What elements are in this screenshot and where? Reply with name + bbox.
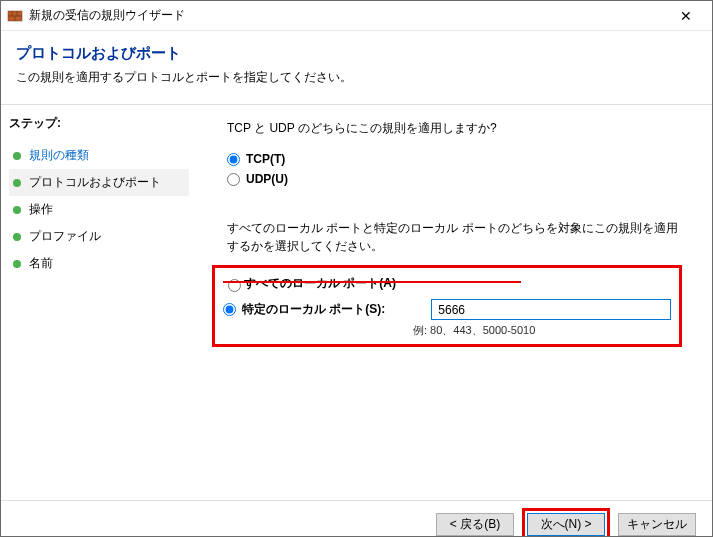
radio-specific-ports-row[interactable]: 特定のローカル ポート(S): — [223, 299, 671, 320]
radio-all-ports-row[interactable]: すべてのローカル ポート(A) — [223, 274, 671, 293]
step-protocol-port[interactable]: プロトコルおよびポート — [9, 169, 189, 196]
radio-all-ports-label: すべてのローカル ポート(A) — [244, 275, 396, 292]
step-name[interactable]: 名前 — [9, 250, 189, 277]
radio-udp-label: UDP(U) — [246, 172, 288, 186]
wizard-footer: < 戻る(B) 次へ(N) > キャンセル — [1, 500, 712, 537]
bullet-icon — [13, 206, 21, 214]
question-ports: すべてのローカル ポートと特定のローカル ポートのどちらを対象にこの規則を適用す… — [227, 219, 682, 255]
radio-udp[interactable] — [227, 173, 240, 186]
next-button-highlight: 次へ(N) > — [522, 508, 610, 537]
question-protocol: TCP と UDP のどちらにこの規則を適用しますか? — [227, 120, 682, 137]
step-label: 名前 — [29, 255, 53, 272]
sidebar: ステップ: 規則の種類 プロトコルおよびポート 操作 プロファイル 名前 — [1, 105, 197, 500]
content-panel: TCP と UDP のどちらにこの規則を適用しますか? TCP(T) UDP(U… — [197, 105, 712, 500]
bullet-icon — [13, 233, 21, 241]
next-button[interactable]: 次へ(N) > — [527, 513, 605, 536]
radio-specific-ports[interactable] — [223, 303, 236, 316]
bullet-icon — [13, 179, 21, 187]
step-label: 規則の種類 — [29, 147, 89, 164]
radio-specific-ports-label: 特定のローカル ポート(S): — [242, 301, 385, 318]
close-button[interactable]: ✕ — [666, 8, 706, 24]
page-subtitle: この規則を適用するプロトコルとポートを指定してください。 — [16, 69, 697, 86]
firewall-icon — [7, 8, 23, 24]
port-selection-highlight: すべてのローカル ポート(A) 特定のローカル ポート(S): 例: 80、44… — [212, 265, 682, 347]
step-label: プロファイル — [29, 228, 101, 245]
radio-udp-row[interactable]: UDP(U) — [227, 169, 682, 189]
step-action[interactable]: 操作 — [9, 196, 189, 223]
step-label: プロトコルおよびポート — [29, 174, 161, 191]
back-button[interactable]: < 戻る(B) — [436, 513, 514, 536]
port-input[interactable] — [431, 299, 671, 320]
window-title: 新規の受信の規則ウイザード — [29, 7, 666, 24]
radio-tcp-label: TCP(T) — [246, 152, 285, 166]
wizard-header: プロトコルおよびポート この規則を適用するプロトコルとポートを指定してください。 — [1, 31, 712, 104]
bullet-icon — [13, 260, 21, 268]
page-title: プロトコルおよびポート — [16, 44, 697, 63]
step-profile[interactable]: プロファイル — [9, 223, 189, 250]
bullet-icon — [13, 152, 21, 160]
radio-tcp[interactable] — [227, 153, 240, 166]
step-rule-type[interactable]: 規則の種類 — [9, 142, 189, 169]
wizard-body: ステップ: 規則の種類 プロトコルおよびポート 操作 プロファイル 名前 TCP… — [1, 105, 712, 500]
cancel-button[interactable]: キャンセル — [618, 513, 696, 536]
strike-line — [223, 281, 521, 283]
titlebar: 新規の受信の規則ウイザード ✕ — [1, 1, 712, 31]
radio-tcp-row[interactable]: TCP(T) — [227, 149, 682, 169]
steps-heading: ステップ: — [9, 115, 189, 132]
step-label: 操作 — [29, 201, 53, 218]
port-example: 例: 80、443、5000-5010 — [413, 323, 671, 338]
